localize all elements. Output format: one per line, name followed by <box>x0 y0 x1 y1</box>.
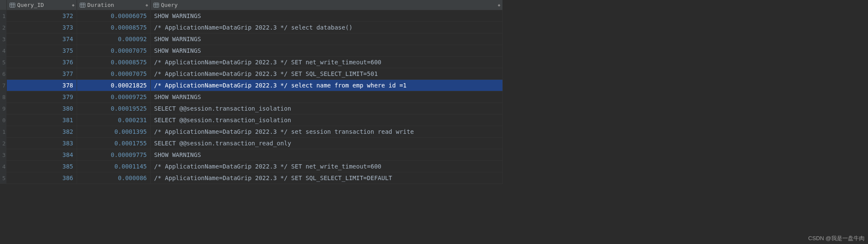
row-number: 5 <box>0 172 7 184</box>
column-header-query[interactable]: Query ◆ <box>151 0 503 10</box>
cell-query[interactable]: /* ApplicationName=DataGrip 2022.3 */ SE… <box>151 161 503 172</box>
svg-rect-0 <box>10 3 15 7</box>
result-grid[interactable]: Query_ID ◆ Duration ◆ Query ◆ 13720.0000… <box>0 0 503 184</box>
table-row[interactable]: 53760.00008575/* ApplicationName=DataGri… <box>0 57 503 68</box>
cell-query-id[interactable]: 381 <box>7 114 77 126</box>
cell-query-id[interactable]: 379 <box>7 91 77 102</box>
svg-rect-4 <box>80 3 85 7</box>
cell-query[interactable]: /* ApplicationName=DataGrip 2022.3 */ SE… <box>151 172 503 184</box>
cell-query-id[interactable]: 380 <box>7 103 77 114</box>
cell-duration[interactable]: 0.00007075 <box>77 45 151 56</box>
row-number: 0 <box>0 114 7 126</box>
empty-panel <box>503 0 868 244</box>
cell-duration[interactable]: 0.00008575 <box>77 57 151 68</box>
column-icon <box>9 2 15 8</box>
table-row[interactable]: 23730.00008575/* ApplicationName=DataGri… <box>0 22 503 33</box>
cell-query-id[interactable]: 377 <box>7 68 77 79</box>
cell-query-id[interactable]: 378 <box>7 80 77 91</box>
watermark: CSDN @我是一盘牛肉 <box>808 235 865 242</box>
cell-duration[interactable]: 0.00006075 <box>77 10 151 21</box>
rows-container: 13720.00006075SHOW WARNINGS23730.0000857… <box>0 10 503 184</box>
row-number: 1 <box>0 126 7 137</box>
table-row[interactable]: 33840.00009775SHOW WARNINGS <box>0 149 503 161</box>
cell-duration[interactable]: 0.00019525 <box>77 103 151 114</box>
cell-query[interactable]: /* ApplicationName=DataGrip 2022.3 */ se… <box>151 126 503 137</box>
row-number: 9 <box>0 103 7 114</box>
cell-query-id[interactable]: 384 <box>7 149 77 160</box>
column-label: Duration <box>87 2 114 8</box>
column-icon <box>80 2 86 8</box>
column-icon <box>153 2 159 8</box>
cell-query[interactable]: /* ApplicationName=DataGrip 2022.3 */ se… <box>151 80 503 91</box>
table-row[interactable]: 43850.0001145/* ApplicationName=DataGrip… <box>0 161 503 172</box>
row-number: 6 <box>0 68 7 79</box>
row-number: 1 <box>0 10 7 21</box>
cell-query[interactable]: SELECT @@session.transaction_isolation <box>151 103 503 114</box>
row-number: 7 <box>0 80 7 91</box>
cell-query-id[interactable]: 375 <box>7 45 77 56</box>
table-row[interactable]: 73780.00021825/* ApplicationName=DataGri… <box>0 80 503 91</box>
column-label: Query_ID <box>17 2 44 8</box>
cell-query[interactable]: SHOW WARNINGS <box>151 33 503 45</box>
table-row[interactable]: 13820.0001395/* ApplicationName=DataGrip… <box>0 126 503 138</box>
row-number: 2 <box>0 138 7 149</box>
column-header-row: Query_ID ◆ Duration ◆ Query ◆ <box>0 0 503 10</box>
column-header-duration[interactable]: Duration ◆ <box>77 0 151 10</box>
row-number: 8 <box>0 91 7 102</box>
cell-duration[interactable]: 0.00008575 <box>77 22 151 33</box>
sort-icon: ◆ <box>498 3 500 7</box>
sort-icon: ◆ <box>72 3 74 7</box>
cell-query-id[interactable]: 372 <box>7 10 77 21</box>
cell-query-id[interactable]: 376 <box>7 57 77 68</box>
gutter-header <box>0 0 7 10</box>
cell-query-id[interactable]: 383 <box>7 138 77 149</box>
cell-duration[interactable]: 0.00009725 <box>77 91 151 102</box>
table-row[interactable]: 23830.0001755SELECT @@session.transactio… <box>0 138 503 149</box>
cell-duration[interactable]: 0.000092 <box>77 33 151 45</box>
cell-query[interactable]: SHOW WARNINGS <box>151 10 503 21</box>
cell-query-id[interactable]: 374 <box>7 33 77 45</box>
row-number: 5 <box>0 57 7 68</box>
cell-query-id[interactable]: 373 <box>7 22 77 33</box>
cell-query[interactable]: SHOW WARNINGS <box>151 149 503 160</box>
table-row[interactable]: 83790.00009725SHOW WARNINGS <box>0 91 503 103</box>
cell-query[interactable]: SHOW WARNINGS <box>151 45 503 56</box>
row-number: 2 <box>0 22 7 33</box>
table-row[interactable]: 63770.00007075/* ApplicationName=DataGri… <box>0 68 503 80</box>
cell-query[interactable]: /* ApplicationName=DataGrip 2022.3 */ SE… <box>151 57 503 68</box>
cell-query[interactable]: SHOW WARNINGS <box>151 91 503 102</box>
table-row[interactable]: 03810.000231SELECT @@session.transaction… <box>0 114 503 126</box>
table-row[interactable]: 33740.000092SHOW WARNINGS <box>0 33 503 45</box>
column-label: Query <box>161 2 178 8</box>
cell-duration[interactable]: 0.0001145 <box>77 161 151 172</box>
cell-duration[interactable]: 0.0001395 <box>77 126 151 137</box>
cell-duration[interactable]: 0.00007075 <box>77 68 151 79</box>
cell-query[interactable]: /* ApplicationName=DataGrip 2022.3 */ SE… <box>151 68 503 79</box>
cell-query[interactable]: SELECT @@session.transaction_read_only <box>151 138 503 149</box>
cell-duration[interactable]: 0.000086 <box>77 172 151 184</box>
cell-query-id[interactable]: 385 <box>7 161 77 172</box>
row-number: 4 <box>0 161 7 172</box>
table-row[interactable]: 43750.00007075SHOW WARNINGS <box>0 45 503 57</box>
table-row[interactable]: 13720.00006075SHOW WARNINGS <box>0 10 503 22</box>
svg-rect-8 <box>154 3 159 7</box>
cell-query-id[interactable]: 386 <box>7 172 77 184</box>
cell-duration[interactable]: 0.000231 <box>77 114 151 126</box>
cell-duration[interactable]: 0.0001755 <box>77 138 151 149</box>
row-number: 4 <box>0 45 7 56</box>
row-number: 3 <box>0 149 7 160</box>
cell-query[interactable]: SELECT @@session.transaction_isolation <box>151 114 503 126</box>
cell-duration[interactable]: 0.00021825 <box>77 80 151 91</box>
cell-query[interactable]: /* ApplicationName=DataGrip 2022.3 */ se… <box>151 22 503 33</box>
cell-query-id[interactable]: 382 <box>7 126 77 137</box>
column-header-query-id[interactable]: Query_ID ◆ <box>7 0 77 10</box>
row-number: 3 <box>0 33 7 45</box>
sort-icon: ◆ <box>146 3 148 7</box>
cell-duration[interactable]: 0.00009775 <box>77 149 151 160</box>
table-row[interactable]: 93800.00019525SELECT @@session.transacti… <box>0 103 503 114</box>
table-row[interactable]: 53860.000086/* ApplicationName=DataGrip … <box>0 172 503 184</box>
